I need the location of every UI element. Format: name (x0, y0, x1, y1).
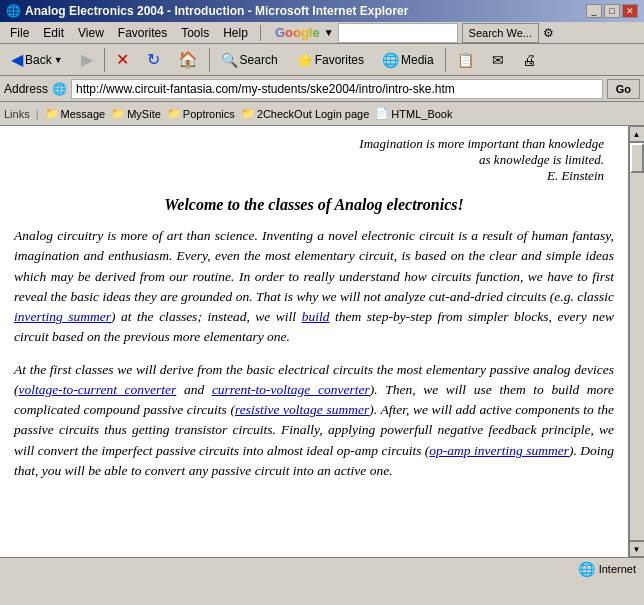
menu-file[interactable]: File (4, 24, 35, 42)
scrollbar[interactable]: ▲ ▼ (628, 126, 644, 557)
back-label: Back (25, 53, 52, 67)
print-icon: 🖨 (522, 52, 536, 68)
ie-extras-icon: ⚙ (543, 26, 554, 40)
media-icon: 🌐 (382, 52, 399, 68)
back-button[interactable]: ◀ Back ▼ (4, 47, 70, 73)
search-button[interactable]: 🔍 Search (214, 47, 285, 73)
quote-line1: Imagination is more important than knowl… (14, 136, 604, 152)
search-icon: 🔍 (221, 52, 238, 68)
paragraph-1: Analog circuitry is more of art than sci… (14, 226, 614, 348)
quote-line2: as knowledge is limited. (14, 152, 604, 168)
google-logo: Google (275, 25, 320, 40)
quote-line3: E. Einstein (14, 168, 604, 184)
menu-help[interactable]: Help (217, 24, 254, 42)
content-area: Imagination is more important than knowl… (0, 126, 628, 557)
links-label: Links (4, 108, 30, 120)
media-button[interactable]: 🌐 Media (375, 47, 441, 73)
nav-separator-2 (209, 48, 210, 72)
paragraph-2: At the first classes we will derive from… (14, 360, 614, 482)
menu-view[interactable]: View (72, 24, 110, 42)
stop-icon: ✕ (116, 50, 129, 69)
links-mysite[interactable]: 📁 MySite (111, 107, 161, 120)
links-separator: | (36, 108, 39, 120)
print-button[interactable]: 🖨 (515, 47, 543, 73)
google-search-input[interactable] (338, 23, 458, 43)
nav-bar: ◀ Back ▼ ▶ ✕ ↻ 🏠 🔍 Search ⭐ Favorites 🌐 … (0, 44, 644, 76)
para1-text-b: ) at the classes; instead, we will (111, 309, 302, 324)
address-input[interactable] (71, 79, 603, 99)
close-button[interactable]: ✕ (622, 4, 638, 18)
history-button[interactable]: 📋 (450, 47, 481, 73)
para1-text-a: Analog circuitry is more of art than sci… (14, 228, 614, 304)
search-label: Search (240, 53, 278, 67)
page-heading: Welcome to the classes of Analog electro… (14, 196, 614, 214)
globe-icon: 🌐 (578, 561, 595, 577)
content-wrapper: Imagination is more important than knowl… (0, 126, 644, 557)
address-bar: Address 🌐 Go (0, 76, 644, 102)
status-zone: 🌐 Internet (578, 561, 636, 577)
mysite-icon: 📁 (111, 107, 125, 120)
links-2checkout[interactable]: 📁 2CheckOut Login page (241, 107, 370, 120)
refresh-icon: ↻ (147, 50, 160, 69)
para2-text-b: and (176, 382, 212, 397)
refresh-button[interactable]: ↻ (140, 47, 167, 73)
nav-separator-1 (104, 48, 105, 72)
title-bar-text: Analog Electronics 2004 - Introduction -… (25, 4, 408, 18)
nav-separator-3 (445, 48, 446, 72)
link-v-to-i[interactable]: voltage-to-current converter (19, 382, 177, 397)
back-dropdown-icon[interactable]: ▼ (54, 55, 63, 65)
menu-edit[interactable]: Edit (37, 24, 70, 42)
forward-icon: ▶ (81, 50, 93, 69)
htmlbook-icon: 📄 (375, 107, 389, 120)
link-build[interactable]: build (302, 309, 330, 324)
links-poptronics[interactable]: 📁 Poptronics (167, 107, 235, 120)
title-bar-icon: 🌐 (6, 4, 21, 18)
scroll-track[interactable] (629, 142, 645, 541)
home-button[interactable]: 🏠 (171, 47, 205, 73)
2checkout-icon: 📁 (241, 107, 255, 120)
google-search-button[interactable]: Search We... (462, 23, 539, 43)
htmlbook-label: HTML_Book (391, 108, 452, 120)
scroll-thumb[interactable] (630, 143, 644, 173)
poptronics-icon: 📁 (167, 107, 181, 120)
forward-button[interactable]: ▶ (74, 47, 100, 73)
menu-favorites[interactable]: Favorites (112, 24, 173, 42)
status-bar: 🌐 Internet (0, 557, 644, 579)
scroll-down-button[interactable]: ▼ (629, 541, 645, 557)
mysite-label: MySite (127, 108, 161, 120)
menu-separator-1 (260, 25, 261, 41)
link-resistive-summer[interactable]: resistive voltage summer (235, 402, 369, 417)
menu-tools[interactable]: Tools (175, 24, 215, 42)
minimize-button[interactable]: _ (586, 4, 602, 18)
go-button[interactable]: Go (607, 79, 640, 99)
link-inverting-summer[interactable]: inverting summer (14, 309, 111, 324)
google-dropdown-icon[interactable]: ▼ (324, 27, 334, 38)
favorites-label: Favorites (315, 53, 364, 67)
favorites-icon: ⭐ (296, 52, 313, 68)
history-icon: 📋 (457, 52, 474, 68)
links-message[interactable]: 📁 Message (45, 107, 106, 120)
link-i-to-v[interactable]: current-to-voltage converter (212, 382, 370, 397)
status-zone-label: Internet (599, 563, 636, 575)
address-icon: 🌐 (52, 82, 67, 96)
favorites-button[interactable]: ⭐ Favorites (289, 47, 371, 73)
links-bar: Links | 📁 Message 📁 MySite 📁 Poptronics … (0, 102, 644, 126)
menu-bar: File Edit View Favorites Tools Help Goog… (0, 22, 644, 44)
message-icon: 📁 (45, 107, 59, 120)
mail-button[interactable]: ✉ (485, 47, 511, 73)
poptronics-label: Poptronics (183, 108, 235, 120)
back-icon: ◀ (11, 50, 23, 69)
address-label: Address (4, 82, 48, 96)
links-htmlbook[interactable]: 📄 HTML_Book (375, 107, 452, 120)
2checkout-label: 2CheckOut Login page (257, 108, 370, 120)
stop-button[interactable]: ✕ (109, 47, 136, 73)
message-label: Message (61, 108, 106, 120)
window-controls: _ □ ✕ (586, 4, 638, 18)
link-opamp-summer[interactable]: op-amp inverting summer (429, 443, 569, 458)
scroll-up-button[interactable]: ▲ (629, 126, 645, 142)
title-bar: 🌐 Analog Electronics 2004 - Introduction… (0, 0, 644, 22)
quote-block: Imagination is more important than knowl… (14, 136, 614, 184)
media-label: Media (401, 53, 434, 67)
home-icon: 🏠 (178, 50, 198, 69)
maximize-button[interactable]: □ (604, 4, 620, 18)
